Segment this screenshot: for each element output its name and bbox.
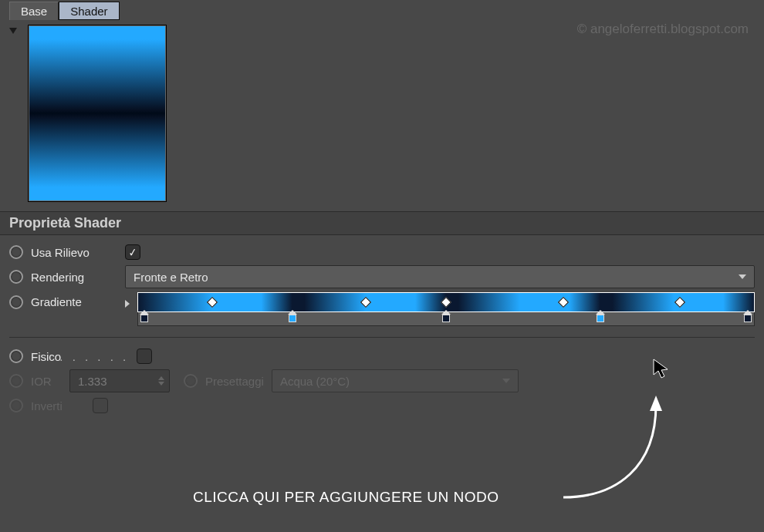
watermark-text: © angeloferretti.blogspot.com <box>577 22 749 37</box>
row-rendering: Rendering Fronte e Retro <box>9 264 755 289</box>
row-gradiente: Gradiente <box>9 292 755 326</box>
shader-panel: Base Shader © angeloferretti.blogspot.co… <box>0 0 764 532</box>
chevron-down-icon <box>502 379 510 383</box>
gradient-stop[interactable] <box>288 310 297 324</box>
gradient-knot[interactable] <box>360 297 371 308</box>
dropdown-presettaggi: Acqua (20°C) <box>272 369 519 392</box>
shader-preview[interactable] <box>28 25 167 202</box>
tab-bar: Base Shader <box>0 0 764 20</box>
row-usa-rilievo: Usa Rilievo <box>9 240 755 264</box>
anim-ring-icon <box>184 374 198 388</box>
label-inverti: Inverti <box>31 399 85 412</box>
divider <box>9 337 755 338</box>
row-ior: IOR 1.333 Presettaggi Acqua (20°C) <box>9 369 755 393</box>
anim-ring-icon <box>9 374 23 388</box>
gradient-stop[interactable] <box>140 310 149 324</box>
gradient-editor[interactable] <box>137 292 755 326</box>
anim-ring-icon[interactable] <box>9 245 23 259</box>
preview-row <box>0 20 764 202</box>
gradient-stop[interactable] <box>743 310 752 324</box>
gradient-track[interactable] <box>137 312 755 326</box>
gradient-knot[interactable] <box>441 297 451 308</box>
anim-ring-icon <box>9 399 23 412</box>
dropdown-rendering-value: Fronte e Retro <box>134 271 208 284</box>
checkbox-inverti <box>93 398 108 413</box>
label-fisico: Fisico . . . . . . <box>31 350 129 363</box>
tab-base-label: Base <box>21 5 47 18</box>
checkbox-fisico[interactable] <box>137 348 152 364</box>
dropdown-presettaggi-value: Acqua (20°C) <box>280 375 350 388</box>
row-fisico: Fisico . . . . . . <box>9 344 755 369</box>
spinner-icon[interactable] <box>158 376 164 386</box>
collapse-icon[interactable] <box>8 26 20 39</box>
input-ior[interactable]: 1.333 <box>69 369 170 392</box>
label-fisico-text: Fisico <box>31 350 61 363</box>
tab-shader-label: Shader <box>70 5 107 18</box>
dropdown-rendering[interactable]: Fronte e Retro <box>125 265 755 288</box>
gradient-stop[interactable] <box>441 310 451 324</box>
label-usa-rilievo: Usa Rilievo <box>31 246 117 259</box>
anim-ring-icon[interactable] <box>9 270 23 284</box>
svg-marker-0 <box>9 28 17 34</box>
label-rendering: Rendering <box>31 271 117 284</box>
gradient-knot[interactable] <box>558 297 569 308</box>
row-inverti: Inverti <box>9 393 755 418</box>
label-ior: IOR <box>31 375 62 388</box>
checkbox-usa-rilievo[interactable] <box>125 244 140 260</box>
annotation-text: CLICCA QUI PER AGGIUNGERE UN NODO <box>193 489 499 506</box>
label-presettaggi: Presettaggi <box>205 375 264 388</box>
section-heading-label: Proprietà Shader <box>9 215 121 231</box>
tab-shader[interactable]: Shader <box>59 2 119 20</box>
label-gradiente: Gradiente <box>31 295 117 308</box>
properties-list: Usa Rilievo Rendering Fronte e Retro Gra… <box>0 235 764 418</box>
dots-icon: . . . . . . <box>59 350 129 363</box>
gradient-knot[interactable] <box>207 297 218 308</box>
section-heading: Proprietà Shader <box>0 211 764 235</box>
chevron-down-icon <box>739 274 746 279</box>
expand-right-icon[interactable] <box>125 300 130 308</box>
gradient-knot[interactable] <box>674 297 685 308</box>
anim-ring-icon[interactable] <box>9 349 23 363</box>
input-ior-value: 1.333 <box>78 375 107 388</box>
tab-base[interactable]: Base <box>9 2 59 20</box>
anim-ring-icon[interactable] <box>9 295 23 309</box>
gradient-stop[interactable] <box>596 310 605 324</box>
